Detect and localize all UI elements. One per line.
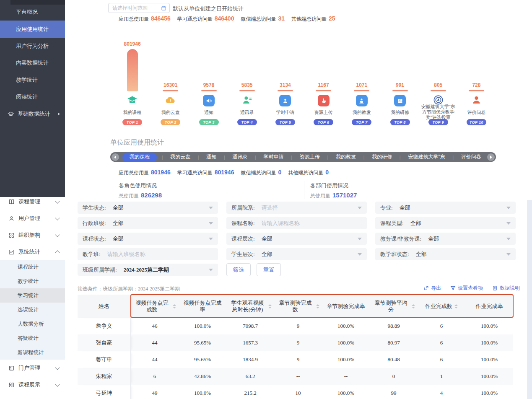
sidebar-item-user-management[interactable]: 用户管理 [0,210,65,227]
college-select[interactable]: 所属院系:请选择 [226,202,367,214]
top10-column[interactable]: 16301 我的云盘 TOP 2 [151,38,189,127]
flyout-item-basic-data-stats[interactable]: 基础数据统计 [0,106,65,122]
column-header-label: 学生观看视频总时长(分钟) [229,300,266,313]
filter-label: 行政班级: [83,220,106,227]
tab-teaching-dev[interactable]: 我的教发 [333,153,358,161]
sort-icon[interactable] [268,304,272,308]
submenu-item-learning-stats[interactable]: 学习统计 [0,288,65,303]
export-button[interactable]: 导出 [423,285,441,292]
course-type-select[interactable]: 课程类型:全部 [375,217,516,229]
chevron-down-icon [55,215,60,220]
tab-research[interactable]: 我的研修 [369,153,394,161]
column-header[interactable]: 作业完成数 [418,295,465,318]
flyout-item-app-usage-stats[interactable]: 应用使用统计 [0,21,65,37]
tab-contacts[interactable]: 通讯录 [230,153,250,161]
role-usage-panel: 各角色使用情况 总使用量826298 [119,182,162,200]
flyout-item-user-behavior[interactable]: 用户行为分析 [0,38,65,54]
sort-icon[interactable] [173,304,176,308]
sidebar-item-portal-management[interactable]: 门户管理 [0,360,65,376]
table-cell: 1834.9 [226,351,274,368]
top10-column[interactable]: 3134 学时申请 TOP 5 [266,38,304,127]
flyout-item-label: 基础数据统计 [18,110,58,118]
major-select[interactable]: 专业:全部 [375,202,516,214]
table-cell: 6 [418,351,465,368]
rank-badge: TOP 6 [314,119,333,125]
filter-value: 全部 [428,235,439,243]
reset-button[interactable]: 重置 [257,263,281,276]
chevron-down-icon [55,365,60,370]
sort-icon[interactable] [316,304,319,308]
semester-select[interactable]: 班级所属学期:2024-2025第二学期 [78,264,218,276]
submenu-item-course-stats[interactable]: 课程统计 [0,260,65,274]
column-settings-button[interactable]: 设置查看项 [450,285,483,292]
table-cell: -- [274,368,322,385]
table-cell: 100.0% [465,368,513,385]
app-name: 评价问卷 [459,110,494,119]
table-row[interactable]: 姜守申 44 95.65% 1834.9 9 100.0% 80.48 6 10… [78,351,513,368]
top10-column[interactable]: 805 安徽建筑大学"东方节能优秀教学奖"评选投票 TOP 9 [419,38,457,127]
data-info-button[interactable]: 数据说明 [492,285,520,292]
filter-button[interactable]: 筛选 [226,263,251,276]
submenu-item-course-selection-stats[interactable]: 选课统计 [0,303,65,317]
rank-badge: TOP 5 [275,119,295,125]
top10-column[interactable]: 1167 资源上传 TOP 6 [304,38,343,127]
submenu-item-qa-stats[interactable]: 答疑统计 [0,331,65,345]
student-status-select[interactable]: 学生状态:全部 [78,202,218,214]
sidebar-item-course-display[interactable]: 课程展示 [0,376,65,393]
top10-column[interactable]: 991 我的研修 TOP 8 [381,38,419,127]
tab-hours-apply[interactable]: 学时申请 [261,153,286,161]
tab-notice[interactable]: 通知 [204,153,219,161]
admin-class-select[interactable]: 行政班级:全部 [78,217,218,229]
sort-icon[interactable] [412,304,415,308]
flyout-item-content-data-stats[interactable]: 内容数据统计 [0,54,65,71]
table-row[interactable]: 詹争义 46 100.0% 7098.7 9 100.0% 98.89 6 10… [78,318,513,334]
tabs-scroll-left-button[interactable] [112,153,119,161]
column-header[interactable]: 作业完成率 [465,295,513,318]
column-header-name: 姓名 [78,295,131,318]
questionnaire-icon [471,94,482,107]
submenu-item-label: 大数据分析 [18,321,44,328]
top10-column[interactable]: 801946 我的课程 TOP 1 [113,38,151,127]
date-range-picker[interactable] [108,3,170,13]
tabs-scroll-right-button[interactable] [487,153,495,161]
sidebar-item-org-structure[interactable]: 组织架构 [0,227,65,244]
date-range-input[interactable] [112,5,161,11]
tab-my-courses[interactable]: 我的课程 [122,153,157,162]
top10-column[interactable]: 1071 我的教发 TOP 7 [343,38,381,127]
teaching-class-input[interactable]: 教学班:请输入班级名称 [78,248,218,260]
filter-label: 学生状态: [83,204,106,212]
table-row[interactable]: 朱程家 6 42.86% 63.2 -- -- 0 1 100.0% [78,368,513,385]
flyout-item-platform-overview[interactable]: 平台概况 [0,4,65,21]
table-row[interactable]: 弓延坤 49 100.0% 215.2 10 100.0% 99 4 100.0… [78,385,513,399]
top10-column[interactable]: 9578 通知 TOP 3 [189,38,228,127]
column-header[interactable]: 视频任务点完成率 [179,295,226,318]
page-scrollbar[interactable] [527,200,532,399]
table-row[interactable]: 张自豪 44 95.65% 1657.3 9 100.0% 80.97 6 10… [78,334,513,351]
academic-course-select[interactable]: 教务课/非教务课:全部 [375,233,516,245]
course-name-input[interactable]: 课程名称:请输入课程名称 [226,217,367,229]
top10-column[interactable]: 5835 通讯录 TOP 4 [228,38,266,127]
student-level-select[interactable]: 学生层次:全部 [226,248,367,260]
submenu-item-big-data-analysis[interactable]: 大数据分析 [0,317,65,331]
submenu-item-new-course-stats[interactable]: 新课程统计 [0,345,65,360]
top10-column[interactable]: 728 评价问卷 TOP 10 [457,38,496,127]
course-status-select[interactable]: 课程状态:全部 [78,233,218,245]
filter-label: 教学班状态: [380,251,409,258]
usage-bar [127,49,138,91]
tab-resource-upload[interactable]: 资源上传 [297,153,322,161]
tab-cloud-disk[interactable]: 我的云盘 [168,153,193,161]
teaching-class-status-select[interactable]: 教学班状态:全部 [375,248,516,260]
tab-university-award[interactable]: 安徽建筑大学"东 [405,153,447,161]
column-header[interactable]: 章节测验完成数 [274,295,322,318]
flyout-item-reading-stats[interactable]: 阅读统计 [0,88,65,105]
submenu-item-teaching-stats[interactable]: 教学统计 [0,274,65,288]
column-header[interactable]: 章节测验完成率 [322,295,370,318]
column-header[interactable]: 学生观看视频总时长(分钟) [226,295,274,318]
column-header[interactable]: 章节测验平均分 [370,295,418,318]
sort-icon[interactable] [454,304,458,308]
flyout-item-teaching-stats[interactable]: 教学统计 [0,72,65,88]
tab-questionnaire[interactable]: 评价问卷 [459,153,484,161]
column-header[interactable]: 视频任务点完成数 [131,295,179,318]
course-level-select[interactable]: 课程层次:全部 [226,233,367,245]
sidebar-item-system-stats[interactable]: 系统统计 [0,244,65,260]
